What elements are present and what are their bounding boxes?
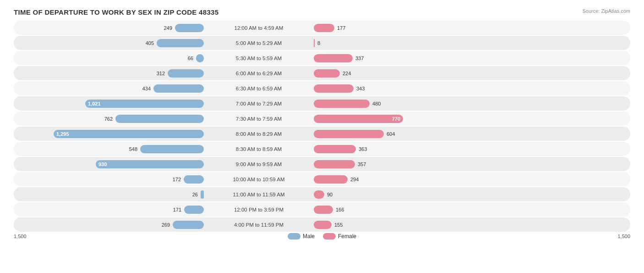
time-label: 10:00 AM to 10:59 AM <box>206 177 311 182</box>
male-value: 172 <box>173 177 181 182</box>
time-label: 5:30 AM to 5:59 AM <box>206 56 311 61</box>
left-section: 249 <box>14 21 206 35</box>
female-bar: 155 <box>314 221 332 229</box>
female-value: 770 <box>392 116 400 122</box>
male-bar: 172 <box>184 175 204 184</box>
female-value: 166 <box>336 207 344 212</box>
male-bar: 405 <box>157 39 204 47</box>
legend-male: Male <box>288 233 315 240</box>
female-label: Female <box>338 233 356 240</box>
female-bar: 343 <box>314 84 354 93</box>
male-bar: 269 <box>173 221 204 229</box>
right-section: 337 <box>311 51 504 65</box>
bar-row: 405 5:00 AM to 5:29 AM 8 <box>14 36 630 50</box>
female-bar: 8 <box>314 39 315 47</box>
male-value: 171 <box>173 207 181 212</box>
right-section: 604 <box>311 127 504 141</box>
legend: Male Female <box>288 233 356 240</box>
bar-row: 548 8:30 AM to 8:59 AM 363 <box>14 142 630 156</box>
chart-title: TIME OF DEPARTURE TO WORK BY SEX IN ZIP … <box>14 8 630 16</box>
bar-row: 26 11:00 AM to 11:59 AM 90 <box>14 187 630 201</box>
female-bar: 166 <box>314 206 333 214</box>
right-section: 357 <box>311 157 504 171</box>
time-label: 8:00 AM to 8:29 AM <box>206 131 311 137</box>
right-section: 294 <box>311 172 504 186</box>
male-value: 66 <box>188 56 193 61</box>
male-value: 762 <box>104 116 113 122</box>
left-section: 269 <box>14 217 206 232</box>
male-value: 548 <box>129 146 137 152</box>
right-section: 770 <box>311 111 504 126</box>
left-section: 1,295 <box>14 127 206 141</box>
male-bar: 66 <box>196 54 204 62</box>
bar-row: 762 7:30 AM to 7:59 AM 770 <box>14 111 630 126</box>
left-section: 26 <box>14 187 206 201</box>
axis-left-label: 1,500 <box>14 234 27 239</box>
chart-container: TIME OF DEPARTURE TO WORK BY SEX IN ZIP … <box>0 0 644 273</box>
female-bar: 90 <box>314 190 324 199</box>
male-value: 26 <box>192 192 198 197</box>
right-section: 224 <box>311 66 504 80</box>
female-value: 337 <box>355 56 364 61</box>
right-section: 363 <box>311 142 504 156</box>
female-bar: 363 <box>314 145 356 153</box>
female-bar: 337 <box>314 54 353 62</box>
left-section: 548 <box>14 142 206 156</box>
time-label: 11:00 AM to 11:59 AM <box>206 192 311 197</box>
right-section: 155 <box>311 217 504 232</box>
female-swatch <box>323 233 336 240</box>
female-value: 604 <box>387 131 395 137</box>
male-swatch <box>288 233 300 240</box>
time-label: 7:00 AM to 7:29 AM <box>206 101 311 106</box>
female-value: 8 <box>317 40 320 46</box>
time-label: 7:30 AM to 7:59 AM <box>206 116 311 122</box>
female-value: 343 <box>356 86 365 91</box>
female-value: 90 <box>327 192 333 197</box>
male-bar: 762 <box>115 115 204 123</box>
time-label: 5:00 AM to 5:29 AM <box>206 40 311 46</box>
female-bar: 294 <box>314 175 348 184</box>
bar-row: 434 6:30 AM to 6:59 AM 343 <box>14 81 630 95</box>
time-label: 6:30 AM to 6:59 AM <box>206 86 311 91</box>
male-bar: 930 <box>96 160 204 168</box>
male-bar: 548 <box>140 145 204 153</box>
female-bar: 224 <box>314 69 340 78</box>
female-bar: 604 <box>314 130 384 138</box>
female-value: 480 <box>372 101 381 106</box>
time-label: 9:00 AM to 9:59 AM <box>206 162 311 167</box>
male-bar: 26 <box>201 190 204 199</box>
bar-row: 930 9:00 AM to 9:59 AM 357 <box>14 157 630 171</box>
male-bar: 312 <box>168 69 204 78</box>
bar-row: 312 6:00 AM to 6:29 AM 224 <box>14 66 630 80</box>
female-bar: 177 <box>314 24 334 32</box>
chart-area: 249 12:00 AM to 4:59 AM 177 405 5:00 AM … <box>14 21 630 230</box>
male-bar: 1,295 <box>54 130 204 138</box>
female-bar: 357 <box>314 160 355 168</box>
source-label: Source: ZipAtlas.com <box>582 8 630 14</box>
female-value: 363 <box>359 146 367 152</box>
left-section: 66 <box>14 51 206 65</box>
time-label: 4:00 PM to 11:59 PM <box>206 222 311 228</box>
male-bar: 1,021 <box>85 100 204 108</box>
male-value: 1,021 <box>88 101 101 106</box>
left-section: 312 <box>14 66 206 80</box>
right-section: 166 <box>311 202 504 217</box>
female-value: 357 <box>358 162 366 167</box>
male-value: 434 <box>142 86 151 91</box>
right-section: 8 <box>311 36 504 50</box>
male-value: 249 <box>164 25 172 31</box>
time-label: 12:00 PM to 3:59 PM <box>206 207 311 212</box>
right-section: 177 <box>311 21 504 35</box>
bar-row: 269 4:00 PM to 11:59 PM 155 <box>14 217 630 232</box>
left-section: 762 <box>14 111 206 126</box>
male-bar: 171 <box>184 206 204 214</box>
right-section: 90 <box>311 187 504 201</box>
female-bar: 480 <box>314 100 370 108</box>
male-value: 312 <box>157 71 165 76</box>
time-label: 6:00 AM to 6:29 AM <box>206 71 311 76</box>
bottom-bar: 1,500 Male Female 1,500 <box>14 233 630 240</box>
time-label: 12:00 AM to 4:59 AM <box>206 25 311 31</box>
male-label: Male <box>303 233 315 240</box>
left-section: 405 <box>14 36 206 50</box>
female-value: 155 <box>334 222 343 228</box>
